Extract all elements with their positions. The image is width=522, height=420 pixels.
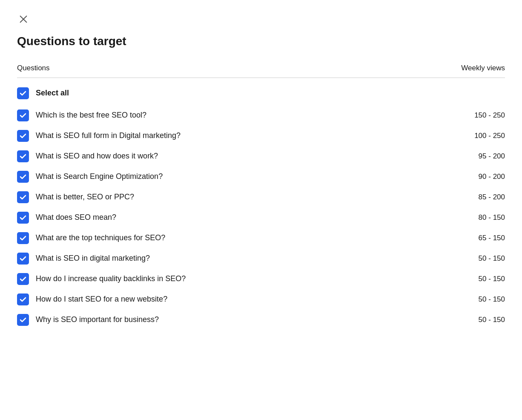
item-checkbox-9[interactable] — [17, 293, 29, 305]
list-item-left: What is SEO in digital marketing? — [17, 253, 150, 265]
item-question-4: What is better, SEO or PPC? — [36, 193, 134, 201]
item-checkbox-10[interactable] — [17, 314, 29, 326]
checkmark-icon — [20, 276, 26, 282]
item-question-1: What is SEO full form in Digital marketi… — [36, 131, 181, 140]
main-container: Questions to target Questions Weekly vie… — [0, 0, 522, 347]
item-views-7: 50 - 150 — [450, 254, 505, 263]
list-item-left: What is SEO and how does it work? — [17, 150, 158, 162]
item-checkbox-5[interactable] — [17, 212, 29, 224]
list-item: What are the top techniques for SEO? 65 … — [17, 228, 505, 248]
item-views-8: 50 - 150 — [450, 275, 505, 283]
item-checkbox-3[interactable] — [17, 171, 29, 183]
page-title: Questions to target — [17, 34, 505, 49]
checkmark-icon — [20, 173, 26, 180]
list-item-left: What is Search Engine Optimization? — [17, 171, 163, 183]
select-all-row: Select all — [17, 83, 505, 104]
item-question-9: How do I start SEO for a new website? — [36, 295, 167, 304]
checkmark-icon — [20, 316, 26, 323]
item-views-2: 95 - 200 — [450, 152, 505, 161]
checkmark-icon — [20, 255, 26, 262]
list-item-left: What does SEO mean? — [17, 212, 116, 224]
list-item-left: How do I start SEO for a new website? — [17, 293, 167, 305]
item-checkbox-8[interactable] — [17, 273, 29, 285]
item-checkbox-7[interactable] — [17, 253, 29, 265]
list-item-left: Why is SEO important for business? — [17, 314, 159, 326]
checkmark-icon — [20, 132, 26, 139]
item-views-10: 50 - 150 — [450, 316, 505, 324]
item-views-5: 80 - 150 — [450, 213, 505, 222]
checkmark-icon — [20, 194, 26, 201]
item-views-3: 90 - 200 — [450, 173, 505, 181]
list-item: How do I start SEO for a new website? 50… — [17, 289, 505, 310]
list-item: How do I increase quality backlinks in S… — [17, 269, 505, 289]
item-checkbox-4[interactable] — [17, 191, 29, 203]
table-header: Questions Weekly views — [17, 64, 505, 78]
item-views-6: 65 - 150 — [450, 234, 505, 242]
item-checkbox-6[interactable] — [17, 232, 29, 244]
item-question-5: What does SEO mean? — [36, 213, 116, 222]
select-all-checkbox[interactable] — [17, 87, 29, 99]
item-question-10: Why is SEO important for business? — [36, 315, 159, 324]
checkmark-icon — [20, 296, 26, 303]
list-item-left: What are the top techniques for SEO? — [17, 232, 165, 244]
list-item: What is better, SEO or PPC? 85 - 200 — [17, 187, 505, 207]
item-checkbox-0[interactable] — [17, 109, 29, 121]
item-question-6: What are the top techniques for SEO? — [36, 233, 165, 242]
column-header-weekly-views: Weekly views — [450, 64, 505, 72]
checkmark-icon — [20, 90, 26, 97]
item-checkbox-1[interactable] — [17, 130, 29, 142]
item-checkbox-2[interactable] — [17, 150, 29, 162]
item-views-0: 150 - 250 — [450, 111, 505, 120]
column-header-questions: Questions — [17, 64, 50, 72]
list-item: What is SEO full form in Digital marketi… — [17, 126, 505, 146]
checkmark-icon — [20, 112, 26, 119]
list-item-left: Which is the best free SEO tool? — [17, 109, 146, 121]
list-item: What is SEO and how does it work? 95 - 2… — [17, 146, 505, 167]
list-item-left: What is SEO full form in Digital marketi… — [17, 130, 181, 142]
item-question-0: Which is the best free SEO tool? — [36, 111, 146, 120]
item-question-3: What is Search Engine Optimization? — [36, 172, 163, 181]
list-item: Which is the best free SEO tool? 150 - 2… — [17, 105, 505, 126]
list-item: Why is SEO important for business? 50 - … — [17, 310, 505, 330]
item-views-4: 85 - 200 — [450, 193, 505, 201]
item-question-7: What is SEO in digital marketing? — [36, 254, 150, 263]
item-question-2: What is SEO and how does it work? — [36, 152, 158, 161]
select-all-label: Select all — [36, 89, 69, 98]
close-button[interactable] — [17, 13, 30, 26]
item-views-9: 50 - 150 — [450, 295, 505, 304]
checkmark-icon — [20, 235, 26, 242]
list-item-left: How do I increase quality backlinks in S… — [17, 273, 186, 285]
list-item: What is SEO in digital marketing? 50 - 1… — [17, 248, 505, 269]
list-item: What is Search Engine Optimization? 90 -… — [17, 167, 505, 187]
checkmark-icon — [20, 214, 26, 221]
list-item: What does SEO mean? 80 - 150 — [17, 207, 505, 228]
checkmark-icon — [20, 153, 26, 160]
questions-list: Which is the best free SEO tool? 150 - 2… — [17, 105, 505, 330]
item-question-8: How do I increase quality backlinks in S… — [36, 274, 186, 283]
list-item-left: What is better, SEO or PPC? — [17, 191, 134, 203]
close-icon — [19, 14, 28, 24]
item-views-1: 100 - 250 — [450, 132, 505, 140]
